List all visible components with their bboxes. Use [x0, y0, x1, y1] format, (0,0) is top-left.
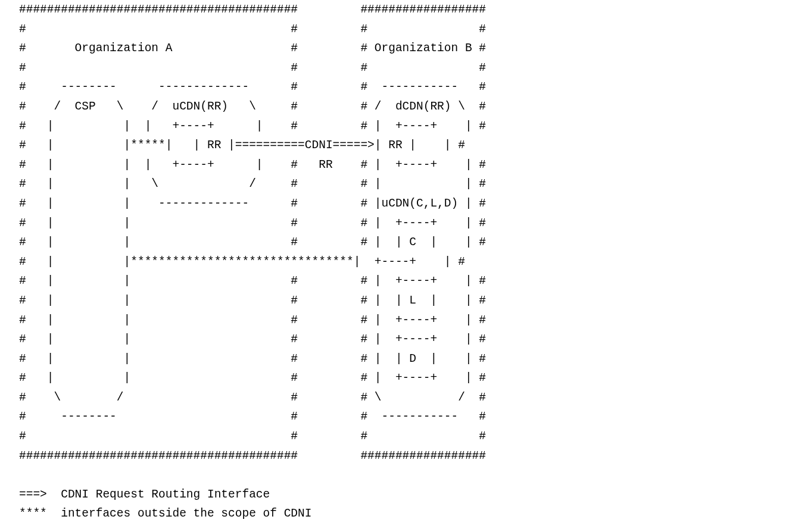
ascii-diagram: ########################################…: [0, 0, 792, 524]
